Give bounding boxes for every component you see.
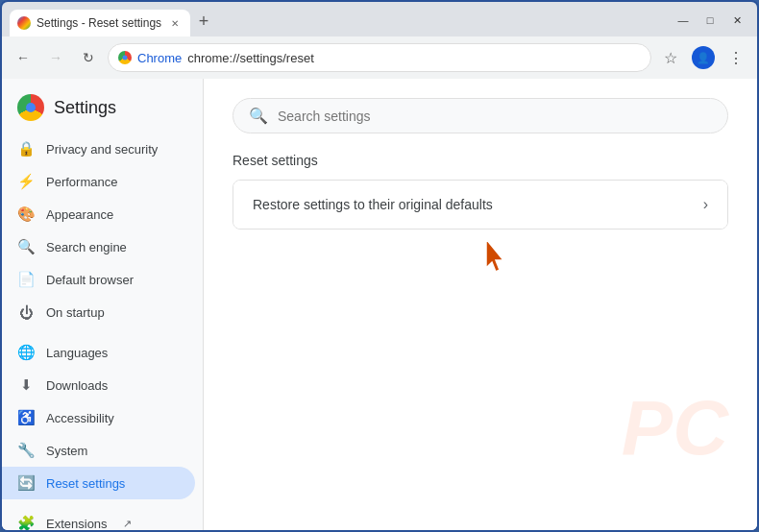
reset-settings-icon: 🔄 — [17, 474, 35, 492]
chrome-menu-button[interactable]: ⋮ — [722, 44, 749, 71]
active-tab[interactable]: Settings - Reset settings ✕ — [10, 10, 190, 36]
appearance-icon: 🎨 — [17, 206, 35, 223]
restore-defaults-label: Restore settings to their original defau… — [253, 197, 493, 212]
extensions-icon: 🧩 — [17, 515, 35, 530]
sidebar-item-accessibility[interactable]: ♿ Accessibility — [2, 401, 195, 434]
sidebar-item-extensions[interactable]: 🧩 Extensions ↗ — [2, 507, 195, 530]
languages-icon: 🌐 — [17, 344, 35, 361]
bookmark-button[interactable]: ☆ — [657, 44, 684, 71]
reset-settings-card: Restore settings to their original defau… — [233, 180, 728, 230]
sidebar-item-on-startup[interactable]: ⏻ On startup — [2, 296, 195, 328]
url-label-text: Chrome — [137, 51, 182, 65]
sidebar-item-label: Appearance — [46, 207, 113, 222]
external-link-icon: ↗ — [123, 518, 132, 530]
search-icon: 🔍 — [249, 107, 268, 125]
search-engine-icon: 🔍 — [17, 238, 35, 255]
sidebar-item-label: Default browser — [46, 273, 134, 287]
maximize-button[interactable]: □ — [698, 8, 722, 33]
chevron-right-icon: › — [703, 196, 708, 213]
url-path-text: chrome://settings/reset — [187, 51, 314, 65]
sidebar-item-label: Search engine — [46, 240, 127, 254]
restore-defaults-option[interactable]: Restore settings to their original defau… — [233, 181, 727, 229]
new-tab-button[interactable]: + — [190, 8, 217, 35]
sidebar-item-label: Downloads — [46, 378, 108, 393]
site-favicon — [118, 51, 132, 64]
sidebar-item-label: Privacy and security — [46, 142, 158, 157]
minimize-button[interactable]: — — [671, 8, 696, 33]
window-controls: — □ ✕ — [671, 8, 749, 33]
menu-icon: ⋮ — [728, 49, 744, 67]
search-bar-container: 🔍 — [233, 98, 728, 133]
tab-close-button[interactable]: ✕ — [167, 15, 183, 31]
performance-icon: ⚡ — [17, 173, 35, 190]
downloads-icon: ⬇ — [17, 376, 35, 394]
tab-strip: Settings - Reset settings ✕ + — [10, 2, 671, 36]
sidebar-item-label: System — [46, 444, 87, 458]
chrome-logo — [17, 94, 44, 121]
sidebar-item-reset-settings[interactable]: 🔄 Reset settings — [2, 467, 195, 499]
watermark: PC — [622, 384, 728, 472]
svg-marker-0 — [486, 239, 503, 272]
section-title: Reset settings — [233, 153, 728, 168]
content-area: Settings 🔒 Privacy and security ⚡ Perfor… — [2, 79, 757, 530]
profile-button[interactable]: 👤 — [690, 44, 717, 71]
forward-button[interactable]: → — [42, 44, 69, 71]
profile-avatar: 👤 — [692, 46, 715, 69]
sidebar-item-search-engine[interactable]: 🔍 Search engine — [2, 230, 195, 263]
bookmark-icon: ☆ — [664, 49, 677, 67]
sidebar-item-label: Reset settings — [46, 476, 125, 491]
url-bar[interactable]: Chrome chrome://settings/reset — [108, 43, 651, 72]
search-input[interactable] — [278, 109, 712, 124]
sidebar-item-privacy-security[interactable]: 🔒 Privacy and security — [2, 133, 195, 165]
sidebar-item-downloads[interactable]: ⬇ Downloads — [2, 369, 195, 401]
sidebar-item-label: Accessibility — [46, 411, 114, 425]
sidebar: Settings 🔒 Privacy and security ⚡ Perfor… — [2, 79, 204, 530]
sidebar-item-languages[interactable]: 🌐 Languages — [2, 336, 195, 369]
back-button[interactable]: ← — [10, 44, 37, 71]
address-bar: ← → ↻ Chrome chrome://settings/reset ☆ 👤… — [2, 36, 757, 79]
sidebar-title: Settings — [54, 98, 116, 118]
sidebar-item-system[interactable]: 🔧 System — [2, 434, 195, 467]
sidebar-header: Settings — [2, 86, 203, 133]
title-bar: Settings - Reset settings ✕ + — □ ✕ — [2, 2, 757, 36]
browser-window: Settings - Reset settings ✕ + — □ ✕ ← → … — [0, 0, 759, 532]
close-button[interactable]: ✕ — [724, 8, 749, 33]
sidebar-item-label: Languages — [46, 346, 108, 360]
accessibility-icon: ♿ — [17, 409, 35, 426]
privacy-security-icon: 🔒 — [17, 140, 35, 157]
cursor-arrow — [482, 237, 517, 281]
tab-favicon — [17, 16, 31, 30]
on-startup-icon: ⏻ — [17, 303, 35, 321]
main-panel: 🔍 Reset settings Restore settings to the… — [204, 79, 757, 530]
sidebar-item-performance[interactable]: ⚡ Performance — [2, 165, 195, 198]
system-icon: 🔧 — [17, 442, 35, 459]
sidebar-item-default-browser[interactable]: 📄 Default browser — [2, 263, 195, 296]
sidebar-item-label: On startup — [46, 305, 105, 320]
sidebar-item-appearance[interactable]: 🎨 Appearance — [2, 198, 195, 230]
refresh-button[interactable]: ↻ — [75, 44, 102, 71]
tab-title: Settings - Reset settings — [37, 16, 161, 30]
default-browser-icon: 📄 — [17, 271, 35, 288]
sidebar-item-label: Performance — [46, 175, 117, 189]
sidebar-item-label: Extensions — [46, 517, 108, 531]
